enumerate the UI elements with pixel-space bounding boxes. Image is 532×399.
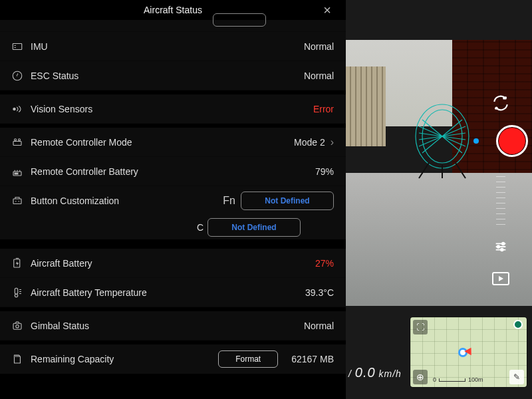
- imu-icon: [8, 41, 27, 53]
- row-label: Button Customization: [31, 196, 119, 206]
- rc-battery-icon: [8, 166, 27, 178]
- row-label: ESC Status: [31, 70, 78, 81]
- svg-rect-7: [15, 172, 19, 174]
- svg-point-15: [16, 325, 19, 328]
- svg-point-19: [495, 106, 497, 109]
- exposure-scale[interactable]: [496, 172, 505, 225]
- svg-point-5: [19, 138, 21, 140]
- svg-point-22: [501, 249, 503, 251]
- map-edit-icon[interactable]: ✎: [509, 370, 524, 384]
- rc-mode-icon: [8, 136, 27, 148]
- map-scale-zero: 0: [433, 376, 436, 383]
- sd-card-icon: [8, 353, 27, 365]
- row-label: Remaining Capacity: [31, 354, 114, 364]
- telemetry-value: 0.0: [355, 365, 376, 380]
- telemetry-prefix: /: [348, 368, 352, 379]
- app-root: Aircraft Status × IMU Normal ESC Status …: [0, 0, 532, 399]
- button-custom-icon: [8, 195, 27, 207]
- map-scale-label: 100m: [468, 376, 483, 383]
- fn-assign-button[interactable]: Not Defined: [241, 192, 334, 210]
- row-value: Mode 2: [294, 137, 325, 148]
- camera-bg-fence: [346, 66, 386, 146]
- ghost-button[interactable]: [213, 13, 266, 27]
- svg-point-4: [15, 138, 17, 140]
- row-label: IMU: [31, 41, 48, 52]
- status-panel: Aircraft Status × IMU Normal ESC Status …: [0, 0, 346, 399]
- row-button-customization: Button Customization Fn Not Defined: [0, 186, 346, 215]
- svg-point-10: [19, 201, 20, 202]
- format-button[interactable]: Format: [218, 350, 278, 368]
- row-label: Remote Controller Mode: [31, 137, 132, 148]
- svg-rect-8: [13, 199, 21, 204]
- camera-side-controls: [473, 93, 528, 289]
- panel-title: Aircraft Status: [144, 5, 202, 15]
- vision-icon: [8, 103, 27, 115]
- aircraft-battery-icon: [8, 257, 27, 269]
- svg-point-2: [13, 107, 16, 110]
- mini-map[interactable]: ⛶ ⊕ 0 100m ✎: [410, 317, 527, 387]
- svg-rect-3: [13, 141, 21, 145]
- map-home-pin: [513, 320, 523, 329]
- svg-point-21: [497, 245, 500, 248]
- row-label: Aircraft Battery Temperature: [31, 287, 147, 298]
- row-rc-battery[interactable]: Remote Controller Battery 79%: [0, 157, 346, 186]
- panel-header: Aircraft Status ×: [0, 0, 346, 20]
- gimbal-icon: [8, 320, 27, 332]
- telemetry-speed: / 0.0 km/h: [348, 365, 402, 380]
- camera-view: / 0.0 km/h ⛶ ⊕ 0 100m ✎: [346, 0, 532, 399]
- row-value: 27%: [315, 258, 334, 269]
- row-label: Gimbal Status: [31, 321, 89, 331]
- telemetry-unit: km/h: [378, 368, 401, 379]
- playback-icon[interactable]: [491, 269, 511, 289]
- map-zoom-in-icon[interactable]: ⊕: [413, 370, 428, 384]
- row-label: Remote Controller Battery: [31, 166, 138, 177]
- record-indicator-dot: [473, 138, 479, 144]
- row-value: Normal: [304, 41, 334, 52]
- svg-rect-0: [13, 43, 22, 49]
- row-imu[interactable]: IMU Normal: [0, 32, 346, 61]
- row-value: Normal: [304, 321, 334, 331]
- camera-swap-icon[interactable]: [491, 93, 511, 113]
- row-esc[interactable]: ESC Status Normal: [0, 61, 346, 90]
- map-expand-icon[interactable]: ⛶: [413, 320, 428, 334]
- temp-icon: [8, 287, 27, 299]
- svg-rect-18: [503, 96, 506, 99]
- camera-settings-icon[interactable]: [491, 237, 511, 257]
- close-icon[interactable]: ×: [323, 3, 331, 18]
- row-value: Normal: [304, 70, 334, 81]
- c-key-label: C: [31, 222, 203, 233]
- row-aircraft-temp[interactable]: Aircraft Battery Temperature 39.3°C: [0, 278, 346, 307]
- row-gimbal[interactable]: Gimbal Status Normal: [0, 311, 346, 340]
- esc-icon: [8, 70, 27, 82]
- row-remaining-capacity[interactable]: Remaining Capacity Format 62167 MB: [0, 344, 346, 374]
- c-assign-button[interactable]: Not Defined: [207, 218, 301, 237]
- svg-point-13: [15, 294, 18, 297]
- svg-rect-14: [13, 323, 21, 329]
- row-cutoff: [0, 20, 346, 32]
- fn-key-label: Fn: [223, 195, 235, 207]
- row-value: Error: [313, 104, 334, 114]
- row-label: Aircraft Battery: [31, 258, 92, 269]
- row-value: 62167 MB: [291, 354, 334, 364]
- row-rc-mode[interactable]: Remote Controller Mode Mode 2 ›: [0, 128, 346, 157]
- record-button[interactable]: [496, 125, 528, 157]
- row-value: 39.3°C: [305, 287, 334, 298]
- svg-point-20: [502, 243, 505, 245]
- map-aircraft-marker: [458, 348, 467, 357]
- svg-point-9: [15, 201, 17, 202]
- map-scale: 0 100m: [433, 376, 483, 383]
- row-aircraft-battery[interactable]: Aircraft Battery 27%: [0, 249, 346, 278]
- svg-rect-12: [15, 288, 18, 294]
- chevron-right-icon: ›: [331, 136, 334, 148]
- row-button-c: C Not Defined: [0, 215, 346, 239]
- row-vision[interactable]: Vision Sensors Error: [0, 94, 346, 124]
- camera-bg-chair: [406, 100, 472, 180]
- row-label: Vision Sensors: [31, 104, 92, 114]
- row-value: 79%: [315, 166, 334, 177]
